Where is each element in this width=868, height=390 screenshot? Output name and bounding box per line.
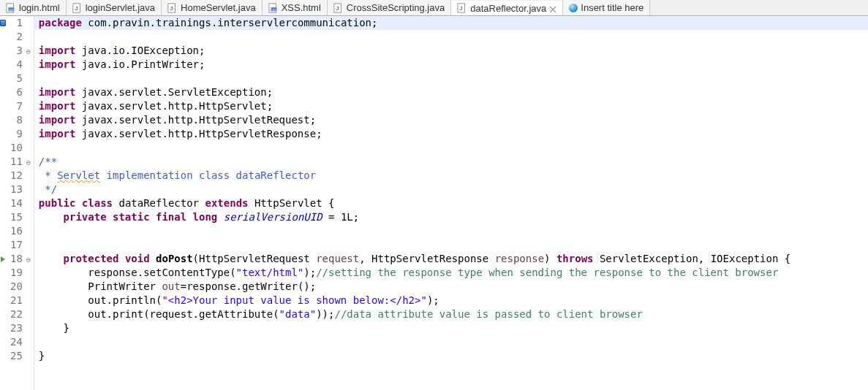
code-line: } <box>39 321 864 335</box>
code-line: out.println("<h2>Your input value is sho… <box>39 294 864 307</box>
line-number-gutter: 123⊖4567891011⊖12131415161718⊖1920212223… <box>6 16 34 390</box>
java-file-icon: J <box>167 3 178 13</box>
fold-icon[interactable]: ⊖ <box>23 45 31 58</box>
code-line <box>39 30 864 44</box>
code-line: import java.io.IOException; <box>39 44 864 58</box>
line-number: 19 <box>10 266 31 280</box>
code-line: import javax.servlet.http.HttpServletReq… <box>39 113 864 127</box>
code-line: import javax.servlet.ServletException; <box>39 85 864 99</box>
java-file-icon: J <box>333 3 344 13</box>
line-number: 21 <box>10 294 31 307</box>
code-line: import javax.servlet.http.HttpServlet; <box>39 99 864 113</box>
tab-label: login.html <box>19 2 60 13</box>
line-number: 8 <box>10 113 31 127</box>
line-number: 2 <box>10 30 31 44</box>
fold-icon[interactable]: ⊖ <box>23 253 31 267</box>
code-line <box>39 72 864 85</box>
fold-icon[interactable]: ⊖ <box>23 156 31 169</box>
svg-text:</>: </> <box>9 7 14 11</box>
line-number: 22 <box>10 307 31 321</box>
line-number: 20 <box>10 280 31 294</box>
line-number: 10 <box>10 141 31 155</box>
line-number: 17 <box>10 238 31 252</box>
code-line <box>39 238 864 252</box>
code-line: import java.io.PrintWriter; <box>39 58 864 72</box>
html-file-icon: </> <box>268 3 279 13</box>
line-number: 6 <box>10 85 31 99</box>
line-number: 7 <box>10 99 31 113</box>
line-number: 23 <box>10 321 31 335</box>
marker-gutter <box>0 16 6 390</box>
line-number: 5 <box>10 72 31 85</box>
editor-tab-4[interactable]: JCrossSiteScripting.java <box>328 0 451 15</box>
line-number: 11⊖ <box>10 155 31 169</box>
code-line <box>39 141 864 155</box>
code-line: /** <box>39 155 864 169</box>
line-number: 18⊖ <box>10 252 31 266</box>
line-number: 24 <box>10 335 31 349</box>
line-number: 13 <box>10 183 31 196</box>
override-icon[interactable] <box>1 256 5 262</box>
code-line: PrintWriter out=response.getWriter(); <box>39 280 864 294</box>
editor-tab-3[interactable]: </>XSS.html <box>263 0 328 15</box>
code-line: } <box>39 349 864 363</box>
line-number: 12 <box>10 169 31 183</box>
code-line: public class dataReflector extends HttpS… <box>39 196 864 210</box>
line-number: 9 <box>10 127 31 141</box>
tab-label: HomeServlet.java <box>181 2 256 13</box>
svg-text:J: J <box>170 5 173 10</box>
svg-text:J: J <box>460 6 463 11</box>
editor-tab-2[interactable]: JHomeServlet.java <box>162 0 263 15</box>
bookmark-icon[interactable] <box>0 20 6 26</box>
code-line: * Servlet implementation class dataRefle… <box>39 169 864 183</box>
editor-tab-1[interactable]: JloginServlet.java <box>67 0 162 15</box>
html-file-icon: </> <box>6 3 16 13</box>
tab-label: Insert title here <box>581 2 644 13</box>
code-line <box>39 335 864 349</box>
line-number: 15 <box>10 210 31 224</box>
tab-label: loginServlet.java <box>86 2 155 13</box>
code-line: import javax.servlet.http.HttpServletRes… <box>39 127 864 141</box>
editor-tab-bar: </>login.htmlJloginServlet.javaJHomeServ… <box>0 0 868 16</box>
code-line <box>39 224 864 238</box>
code-line: protected void doPost(HttpServletRequest… <box>39 252 864 266</box>
close-icon[interactable] <box>549 4 556 12</box>
tab-label: dataReflector.java <box>470 3 546 14</box>
java-file-icon: J <box>457 3 467 13</box>
java-file-icon: J <box>72 3 83 13</box>
code-line: response.setContentType("text/html");//s… <box>39 266 864 280</box>
line-number: 14 <box>10 196 31 210</box>
code-area[interactable]: package com.pravin.trainings.interservle… <box>34 16 868 390</box>
globe-icon <box>569 4 578 12</box>
line-number: 3⊖ <box>10 44 31 58</box>
line-number: 4 <box>10 58 31 72</box>
svg-text:J: J <box>336 5 339 10</box>
code-line: package com.pravin.trainings.interservle… <box>34 16 868 30</box>
code-editor[interactable]: 123⊖4567891011⊖12131415161718⊖1920212223… <box>0 16 868 390</box>
line-number: 1 <box>10 16 31 30</box>
editor-tab-5[interactable]: JdataReflector.java <box>451 0 563 15</box>
code-line: out.print(request.getAttribute("data"));… <box>39 307 864 321</box>
tab-label: CrossSiteScripting.java <box>347 2 445 13</box>
code-line: private static final long serialVersionU… <box>39 210 864 224</box>
code-line: */ <box>39 183 864 196</box>
line-number: 25 <box>10 349 31 363</box>
svg-text:</>: </> <box>271 7 276 11</box>
svg-text:J: J <box>75 5 78 10</box>
tab-label: XSS.html <box>282 2 321 13</box>
editor-tab-6[interactable]: Insert title here <box>563 0 650 15</box>
editor-tab-0[interactable]: </>login.html <box>0 0 67 15</box>
line-number: 16 <box>10 224 31 238</box>
